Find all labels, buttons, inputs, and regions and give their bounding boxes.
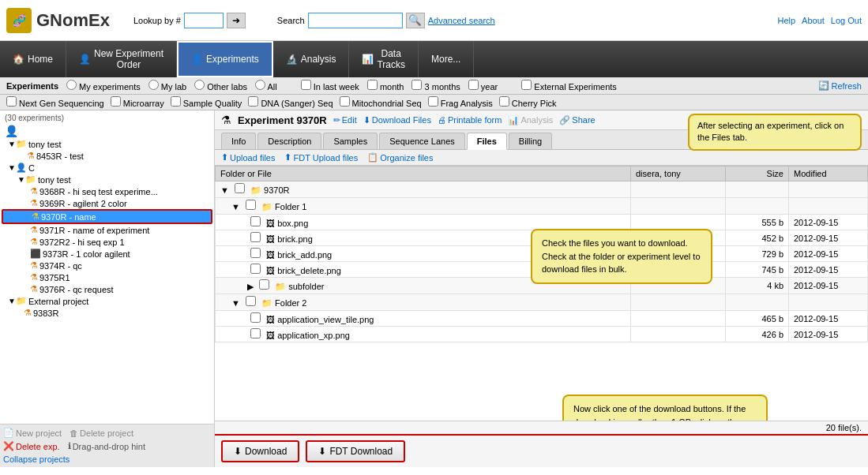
checkbox-folder2[interactable]	[246, 296, 256, 306]
share-button[interactable]: 🔗 Share	[559, 115, 595, 125]
filter-frag[interactable]: Frag Analysis	[428, 96, 493, 108]
lookup-button[interactable]: ➜	[227, 13, 246, 28]
fdt-download-button[interactable]: ⬇ FDT Download	[306, 440, 405, 462]
nav-more[interactable]: More...	[419, 41, 474, 77]
delete-project-button[interactable]: 🗑 Delete project	[70, 428, 133, 438]
filter-my-experiments[interactable]: My experiments	[66, 80, 141, 92]
tab-description[interactable]: Description	[257, 133, 321, 149]
filter-year[interactable]: year	[468, 80, 498, 92]
nav-analysis-label: Analysis	[301, 54, 336, 65]
about-link[interactable]: About	[802, 16, 825, 25]
tab-info[interactable]: Info	[221, 133, 256, 149]
new-project-button[interactable]: 📄 New project	[3, 428, 62, 438]
checkbox-brick[interactable]	[250, 232, 261, 242]
checkbox-box[interactable]	[250, 216, 261, 226]
toggle-sub[interactable]: ▶	[247, 282, 254, 291]
experiments-label: Experiments	[6, 81, 58, 91]
analysis-label: Analysis	[520, 115, 553, 125]
analysis-button[interactable]: 📊 Analysis	[508, 115, 553, 125]
tree-exp-9368[interactable]: ⚗ 9368R - hi seq test experime...	[2, 185, 212, 197]
toggle-9370[interactable]: ▼	[220, 185, 229, 195]
checkbox-9370r[interactable]	[235, 183, 245, 193]
navbar: 🏠 Home 👤 New ExperimentOrder 👤 Experimen…	[0, 41, 868, 77]
checkbox-brick-del[interactable]	[250, 264, 261, 274]
filter-sample-quality[interactable]: Sample Quality	[171, 96, 242, 108]
edit-button[interactable]: ✏ Edit	[333, 115, 357, 125]
tree-folder-tony2[interactable]: ▼ 📁 tony test	[2, 174, 212, 185]
filter-external[interactable]: External Experiments	[521, 80, 617, 92]
tree-user-c[interactable]: ▼ 👤 C	[2, 162, 212, 174]
tree-exp-9369[interactable]: ⚗ 9369R - agilent 2 color	[2, 197, 212, 209]
filter-last-week[interactable]: In last week	[301, 80, 359, 92]
nav-analysis[interactable]: 🔬 Analysis	[273, 41, 350, 77]
filter-month[interactable]: month	[367, 80, 404, 92]
experiments-toolbar2: Next Gen Sequencing Microarray Sample Qu…	[0, 95, 868, 110]
table-row: ▼ 📁 Folder 2	[216, 294, 868, 311]
nav-new-experiment[interactable]: 👤 New ExperimentOrder	[66, 41, 177, 77]
checkbox-brick-add[interactable]	[250, 248, 261, 258]
tree-external-project[interactable]: ▼ 📁 External project	[2, 295, 212, 307]
tree-exp-8453[interactable]: ⚗ 8453R - test	[2, 150, 212, 162]
tree-user-tony[interactable]: ▼ 📁 tony test	[2, 138, 212, 150]
search-button[interactable]: 🔍	[406, 13, 425, 28]
tree-exp-9376[interactable]: ⚗ 9376R - qc request	[2, 283, 212, 295]
collapse-projects-button[interactable]: Collapse projects	[3, 454, 211, 464]
file-cell: ▼ 📁 Folder 2	[216, 294, 631, 311]
filter-dna-seq[interactable]: DNA (Sanger) Seq	[248, 96, 333, 108]
tab-samples[interactable]: Samples	[323, 133, 378, 149]
advanced-search-link[interactable]: Advanced search	[428, 16, 495, 25]
filter-my-lab[interactable]: My lab	[148, 80, 186, 92]
tab-billing[interactable]: Billing	[509, 133, 552, 149]
filter-all[interactable]: All	[255, 80, 277, 92]
nav-data-tracks[interactable]: 📊 DataTracks	[349, 41, 419, 77]
toggle-folder1[interactable]: ▼	[231, 202, 240, 211]
help-link[interactable]: Help	[777, 16, 795, 25]
fdt-upload-button[interactable]: ⬆ FDT Upload files	[284, 152, 358, 163]
upload-icon: ⬆	[221, 152, 228, 163]
nav-experiments[interactable]: 👤 Experiments	[177, 41, 273, 77]
experiment-header: ⚗ Experiment 9370R ✏ Edit ⬇ Download Fil…	[215, 110, 868, 130]
filter-microarray[interactable]: Microarray	[111, 96, 164, 108]
new-exp-icon: 👤	[79, 54, 91, 65]
printable-form-button[interactable]: 🖨 Printable form	[438, 115, 502, 125]
tree-external-label: External project	[28, 297, 88, 306]
filter-3months[interactable]: 3 months	[411, 80, 460, 92]
tree-exp-9373-label: 9373R - 1 color agilent	[43, 249, 130, 259]
refresh-button[interactable]: 🔄 Refresh	[818, 80, 862, 91]
delete-exp-button[interactable]: ❌ Delete exp.	[3, 441, 60, 451]
filter-other-labs[interactable]: Other labs	[194, 80, 247, 92]
organize-files-button[interactable]: 📋 Organize files	[367, 152, 433, 163]
checkbox-app-xp[interactable]	[250, 328, 261, 338]
filter-cherry[interactable]: Cherry Pick	[499, 96, 557, 108]
download-files-button[interactable]: ⬇ Download Files	[363, 115, 431, 125]
upload-files-button[interactable]: ⬆ Upload files	[221, 152, 275, 163]
nav-home[interactable]: 🏠 Home	[0, 41, 66, 77]
logout-link[interactable]: Log Out	[831, 16, 862, 25]
filter-nextgen[interactable]: Next Gen Sequencing	[6, 96, 104, 108]
download-button[interactable]: ⬇ Download	[221, 440, 299, 462]
checkbox-folder1[interactable]	[246, 200, 256, 210]
lookup-input[interactable]	[184, 13, 224, 28]
filter-mito-seq[interactable]: Mitochondrial Seq	[340, 96, 422, 108]
tree-user-tony-label: tony test	[28, 140, 62, 149]
drag-hint-label: Drag-and-drop hint	[73, 442, 145, 451]
checkbox-subfolder[interactable]	[259, 279, 269, 290]
file-name-folder2: Folder 2	[275, 298, 306, 308]
search-input[interactable]	[308, 13, 403, 28]
tab-files[interactable]: Files	[467, 133, 507, 150]
tree-exp-9383[interactable]: ⚗ 9383R	[2, 307, 212, 319]
file-cell-m4: 2012-09-15	[789, 230, 868, 246]
new-project-icon: 📄	[3, 428, 14, 438]
checkbox-app-view[interactable]	[250, 312, 261, 323]
tree-exp-9373[interactable]: ⬛ 9373R - 1 color agilent	[2, 248, 212, 260]
tab-sequence-lanes[interactable]: Sequence Lanes	[379, 133, 465, 149]
tree-exp-9372[interactable]: ⚗ 9372R2 - hi seq exp 1	[2, 236, 212, 248]
tree-exp-9371[interactable]: ⚗ 9371R - name of experiment	[2, 224, 212, 236]
tree-exp-9374[interactable]: ⚗ 9374R - qc	[2, 260, 212, 271]
tree-exp-9370[interactable]: ⚗ 9370R - name	[2, 209, 212, 224]
exp-9371-icon: ⚗	[30, 225, 38, 235]
col-folder-file: Folder or File	[216, 166, 631, 181]
toggle-folder2[interactable]: ▼	[231, 298, 240, 308]
edit-icon: ✏	[333, 115, 340, 125]
tree-exp-9375[interactable]: ⚗ 9375R1	[2, 271, 212, 283]
